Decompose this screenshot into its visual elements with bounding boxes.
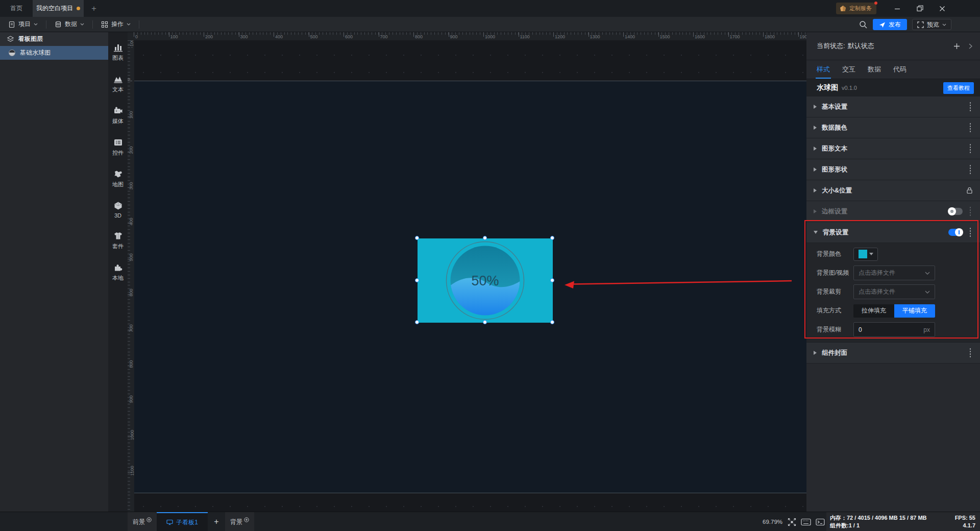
library-item-label: 控件 bbox=[112, 149, 124, 157]
border-toggle-off[interactable] bbox=[948, 208, 963, 215]
resize-handle-e[interactable] bbox=[550, 278, 554, 282]
add-state-icon[interactable] bbox=[953, 42, 961, 50]
database-icon bbox=[55, 21, 62, 28]
board-icon bbox=[166, 519, 173, 525]
library-item-local[interactable]: 本地 bbox=[112, 263, 124, 282]
fps-label: FPS: bbox=[955, 515, 968, 521]
library-item-3d[interactable]: 3D bbox=[113, 201, 123, 219]
tab-data[interactable]: 数据 bbox=[868, 60, 881, 79]
menu-actions[interactable]: 操作 bbox=[93, 17, 139, 32]
section-menu-icon[interactable] bbox=[968, 123, 973, 132]
section-graphic-shape[interactable]: 图形形状 bbox=[806, 159, 980, 180]
artboard-top-edge bbox=[128, 81, 806, 81]
library-item-map[interactable]: 地图 bbox=[112, 170, 124, 188]
circle-plus-icon[interactable] bbox=[244, 517, 249, 522]
components-value: 1 / 1 bbox=[849, 522, 860, 528]
map-icon bbox=[113, 170, 123, 179]
add-board-button[interactable]: + bbox=[208, 512, 225, 531]
section-label: 图形形状 bbox=[822, 165, 847, 174]
caret-right-icon bbox=[814, 188, 817, 192]
caret-right-icon bbox=[814, 351, 817, 355]
search-icon[interactable] bbox=[859, 20, 868, 29]
section-menu-icon[interactable] bbox=[968, 207, 973, 216]
preview-label: 预览 bbox=[927, 20, 939, 29]
chevron-right-icon[interactable] bbox=[968, 43, 973, 50]
library-item-media[interactable]: 媒体 bbox=[112, 106, 124, 125]
minimize-button[interactable] bbox=[889, 0, 905, 17]
section-graphic-text[interactable]: 图形文本 bbox=[806, 138, 980, 159]
publish-button[interactable]: 发布 bbox=[873, 19, 907, 30]
zoom-level[interactable]: 69.79% bbox=[763, 512, 782, 531]
layers-panel-header: 看板图层 bbox=[0, 32, 108, 46]
section-menu-icon[interactable] bbox=[968, 102, 973, 111]
layer-item-waterball[interactable]: 基础水球图 bbox=[0, 46, 108, 60]
section-menu-icon[interactable] bbox=[968, 165, 973, 174]
foreground-label: 前景 bbox=[133, 518, 145, 526]
custom-service-badge[interactable]: 定制服务 bbox=[836, 3, 876, 14]
section-label: 数据颜色 bbox=[822, 124, 847, 132]
custom-service-label: 定制服务 bbox=[849, 5, 872, 12]
resize-handle-sw[interactable] bbox=[415, 320, 419, 324]
board-tab-active[interactable]: 子看板1 bbox=[157, 512, 208, 531]
close-button[interactable] bbox=[934, 0, 950, 17]
bottom-bar: 前景 子看板1 + 背景 69.79% 内存：72 / 4015 / 4096 … bbox=[0, 512, 980, 531]
library-item-kits[interactable]: 套件 bbox=[112, 231, 124, 250]
circle-plus-icon[interactable] bbox=[146, 517, 152, 522]
library-item-label: 图表 bbox=[112, 54, 124, 62]
section-basic-settings[interactable]: 基本设置 bbox=[806, 96, 980, 117]
panel-tabs: 样式 交互 数据 代码 bbox=[806, 60, 980, 79]
resize-handle-se[interactable] bbox=[550, 320, 554, 324]
lock-icon[interactable] bbox=[966, 187, 973, 194]
state-bar: 当前状态: 默认状态 bbox=[806, 32, 980, 60]
cube-3d-icon bbox=[113, 201, 123, 210]
control-list-icon bbox=[113, 138, 123, 147]
waterball-widget[interactable]: 50% bbox=[418, 238, 553, 323]
tab-project[interactable]: 我的空白项目 bbox=[33, 0, 84, 17]
tab-home[interactable]: 首页 bbox=[0, 0, 33, 17]
background-board-button[interactable]: 背景 bbox=[225, 512, 254, 531]
resize-handle-n[interactable] bbox=[483, 236, 487, 240]
project-tab-label: 我的空白项目 bbox=[36, 4, 73, 13]
section-menu-icon[interactable] bbox=[968, 144, 973, 153]
board-tab-label: 子看板1 bbox=[176, 518, 198, 527]
fullscreen-icon bbox=[917, 21, 924, 28]
section-size-position[interactable]: 大小&位置 bbox=[806, 180, 980, 201]
terminal-icon[interactable] bbox=[816, 518, 825, 526]
menu-data[interactable]: 数据 bbox=[46, 17, 92, 32]
video-camera-icon bbox=[113, 106, 123, 115]
resize-handle-ne[interactable] bbox=[550, 236, 554, 240]
section-data-colors[interactable]: 数据颜色 bbox=[806, 117, 980, 138]
new-tab-button[interactable]: + bbox=[84, 0, 104, 17]
foreground-button[interactable]: 前景 bbox=[128, 512, 157, 531]
library-item-text[interactable]: 文本 bbox=[112, 75, 124, 93]
section-component-cover[interactable]: 组件封面 bbox=[806, 343, 980, 364]
divider bbox=[139, 20, 139, 29]
caret-right-icon bbox=[814, 167, 817, 172]
caret-right-icon bbox=[814, 147, 817, 151]
preview-button[interactable]: 预览 bbox=[912, 19, 951, 30]
tshirt-icon bbox=[113, 231, 123, 240]
titlebar: 首页 我的空白项目 + 定制服务 bbox=[0, 0, 980, 17]
keyboard-icon[interactable] bbox=[801, 518, 811, 526]
tutorial-button[interactable]: 查看教程 bbox=[943, 82, 974, 94]
section-label: 基本设置 bbox=[822, 103, 847, 111]
component-name: 水球图 bbox=[817, 83, 838, 92]
fit-screen-icon[interactable] bbox=[788, 518, 796, 526]
resize-handle-w[interactable] bbox=[415, 278, 419, 282]
design-canvas[interactable]: 0100200300400500600700800900100011001200… bbox=[128, 32, 806, 512]
tab-interaction[interactable]: 交互 bbox=[842, 60, 855, 79]
library-item-charts[interactable]: 图表 bbox=[112, 43, 124, 62]
maximize-button[interactable] bbox=[912, 0, 928, 17]
tab-style[interactable]: 样式 bbox=[817, 60, 830, 79]
waterball-value-label: 50% bbox=[471, 273, 499, 288]
component-version: v0.1.0 bbox=[842, 85, 857, 91]
section-menu-icon[interactable] bbox=[968, 348, 973, 357]
state-label: 当前状态: bbox=[817, 41, 845, 51]
resize-handle-s[interactable] bbox=[483, 320, 487, 324]
resize-handle-nw[interactable] bbox=[415, 236, 419, 240]
section-border-settings[interactable]: 边框设置 bbox=[806, 201, 980, 222]
tab-code[interactable]: 代码 bbox=[893, 60, 906, 79]
menu-project[interactable]: 项目 bbox=[0, 17, 46, 32]
send-icon bbox=[879, 21, 886, 28]
library-item-controls[interactable]: 控件 bbox=[112, 138, 124, 157]
